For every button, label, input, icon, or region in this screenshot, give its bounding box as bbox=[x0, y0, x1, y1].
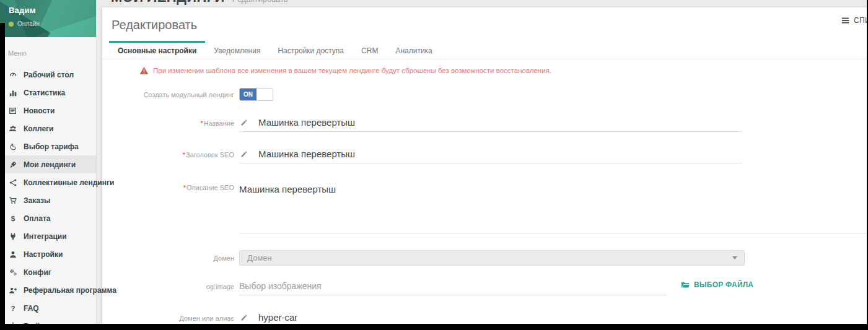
modular-landing-toggle[interactable]: ON bbox=[239, 88, 273, 101]
pencil-icon bbox=[239, 118, 249, 128]
name-input[interactable]: Машинка перевертыш bbox=[239, 117, 742, 132]
edit-card: Редактировать СПИСОК Основные настройкиУ… bbox=[102, 7, 868, 330]
seo-description-value: Машинка перевертыш bbox=[239, 184, 336, 194]
field-label: Описание SEO bbox=[102, 184, 239, 191]
online-status-label: Онлайн bbox=[17, 20, 40, 27]
tab-content-main-settings: При изменении шаблона все изменения в ва… bbox=[102, 66, 868, 327]
sidebar-item-label: Статистика bbox=[24, 89, 65, 97]
sidebar-item-label: Оплата bbox=[24, 214, 50, 223]
news-icon bbox=[8, 106, 18, 116]
list-icon bbox=[841, 15, 851, 25]
sidebar-item-stats[interactable]: Статистика bbox=[0, 84, 96, 102]
sidebar-item-label: Коллеги bbox=[24, 124, 54, 133]
menu-section-label: Меню bbox=[0, 37, 96, 66]
field-label: Заголовок SEO bbox=[102, 151, 239, 158]
dashboard-icon bbox=[8, 70, 18, 80]
sidebar-menu: Рабочий столСтатистикаНовостиКоллегиВыбо… bbox=[0, 66, 96, 330]
seo-title-value: Машинка перевертыш bbox=[258, 149, 355, 159]
cart-icon bbox=[8, 196, 18, 206]
screenshot-frame-left bbox=[0, 23, 5, 330]
seo-title-input[interactable]: Машинка перевертыш bbox=[239, 149, 742, 163]
toggle-off-segment bbox=[256, 89, 273, 100]
page-header: МОИ ЛЕНДИНГИРедактировать bbox=[102, 0, 868, 7]
user-name: Вадим bbox=[9, 6, 96, 15]
share-icon bbox=[8, 178, 18, 188]
user-plus-icon bbox=[8, 285, 18, 295]
sidebar-user-panel: Вадим Онлайн bbox=[0, 0, 96, 37]
card-title: Редактировать bbox=[102, 7, 868, 41]
name-value: Машинка перевертыш bbox=[258, 117, 355, 128]
sidebar-item-label: Мои лендинги bbox=[24, 160, 76, 169]
sidebar-item-label: Коллективные лендинги bbox=[24, 178, 114, 187]
sidebar-item-dollar[interactable]: $Оплата bbox=[0, 209, 96, 227]
sidebar-item-gears[interactable]: Конфиг bbox=[0, 263, 96, 281]
sidebar-item-cart[interactable]: Заказы bbox=[0, 191, 96, 209]
sidebar-item-label: Новости bbox=[24, 106, 55, 115]
domain-select-placeholder: Домен bbox=[247, 253, 272, 263]
list-view-label: СПИСОК bbox=[854, 16, 868, 25]
tab-0[interactable]: Основные настройки bbox=[109, 41, 205, 59]
list-view-button[interactable]: СПИСОК bbox=[841, 15, 868, 25]
sidebar-item-share[interactable]: Коллективные лендинги bbox=[0, 173, 96, 191]
dollar-icon: $ bbox=[8, 214, 18, 224]
colleagues-icon bbox=[8, 124, 18, 134]
plug-icon bbox=[8, 232, 18, 241]
sidebar-item-user-plus[interactable]: Реферальная программа bbox=[0, 281, 96, 299]
tab-2[interactable]: Настройки доступа bbox=[269, 41, 353, 59]
stats-icon bbox=[8, 88, 18, 98]
pencil-icon bbox=[239, 313, 249, 323]
pencil-icon bbox=[239, 149, 249, 159]
svg-text:?: ? bbox=[11, 304, 15, 311]
form-row-name: Название Машинка перевертыш bbox=[102, 117, 868, 132]
sidebar-item-plug[interactable]: Интеграции bbox=[0, 227, 96, 245]
sidebar-item-landings[interactable]: Мои лендинги bbox=[0, 155, 96, 173]
sidebar-item-colleagues[interactable]: Коллеги bbox=[0, 119, 96, 137]
sidebar-item-label: Выбор тарифа bbox=[24, 142, 79, 151]
choose-file-label: ВЫБОР ФАЙЛА bbox=[694, 280, 753, 289]
field-label: Домен или алиас bbox=[102, 315, 239, 322]
sidebar-item-label: Настройки bbox=[24, 250, 63, 259]
online-status-dot bbox=[9, 22, 14, 27]
page-title: МОИ ЛЕНДИНГИ bbox=[111, 0, 225, 5]
sidebar-item-label: Рабочий стол bbox=[24, 71, 74, 79]
sidebar-item-label: Интеграции bbox=[24, 232, 67, 241]
tab-1[interactable]: Уведомления bbox=[205, 41, 269, 59]
template-warning: При изменении шаблона все изменения в ва… bbox=[139, 66, 868, 75]
choose-file-button[interactable]: ВЫБОР ФАЙЛА bbox=[680, 280, 753, 290]
chevron-down-icon bbox=[732, 256, 737, 259]
warning-text: При изменении шаблона все изменения в ва… bbox=[153, 67, 551, 74]
field-label: Домен bbox=[102, 254, 239, 262]
sidebar-item-label: Заказы bbox=[24, 196, 50, 205]
form-row-modular-toggle: Создать модульный лендинг ON bbox=[102, 88, 868, 101]
alias-value: hyper-car bbox=[258, 312, 297, 323]
field-label: Название bbox=[102, 119, 239, 127]
field-label: og:image bbox=[102, 283, 239, 290]
warning-icon bbox=[139, 66, 149, 75]
gears-icon bbox=[8, 267, 18, 277]
form-row-og-image: og:image Выбор изображения ВЫБОР ФАЙЛА bbox=[102, 280, 868, 295]
og-image-placeholder: Выбор изображения bbox=[239, 281, 322, 291]
sidebar-item-dashboard[interactable]: Рабочий стол bbox=[0, 66, 96, 84]
user-icon bbox=[8, 250, 18, 259]
og-image-input[interactable]: Выбор изображения bbox=[239, 281, 667, 295]
sidebar-item-question[interactable]: ?FAQ bbox=[0, 299, 96, 317]
sidebar-item-label: FAQ bbox=[24, 304, 39, 313]
folder-icon bbox=[680, 280, 690, 290]
sidebar-item-tariff[interactable]: Выбор тарифа bbox=[0, 137, 96, 155]
svg-text:$: $ bbox=[11, 214, 15, 223]
toggle-on-segment: ON bbox=[240, 89, 256, 100]
question-icon: ? bbox=[8, 303, 18, 313]
landings-icon bbox=[8, 160, 18, 170]
tab-4[interactable]: Аналитика bbox=[387, 41, 441, 59]
sidebar-item-user[interactable]: Настройки bbox=[0, 245, 96, 263]
form-row-seo-title: Заголовок SEO Машинка перевертыш bbox=[102, 149, 868, 163]
sidebar-item-news[interactable]: Новости bbox=[0, 102, 96, 119]
breadcrumb: Редактировать bbox=[232, 0, 288, 4]
seo-description-textarea[interactable]: Машинка перевертыш bbox=[239, 184, 866, 233]
tab-3[interactable]: CRM bbox=[353, 41, 387, 59]
tariff-icon bbox=[8, 142, 18, 152]
screenshot-frame-bottom bbox=[0, 324, 868, 330]
domain-select[interactable]: Домен bbox=[239, 250, 745, 266]
sidebar: Вадим Онлайн Меню Рабочий столСтатистика… bbox=[0, 0, 97, 330]
field-label: Создать модульный лендинг bbox=[102, 91, 239, 98]
